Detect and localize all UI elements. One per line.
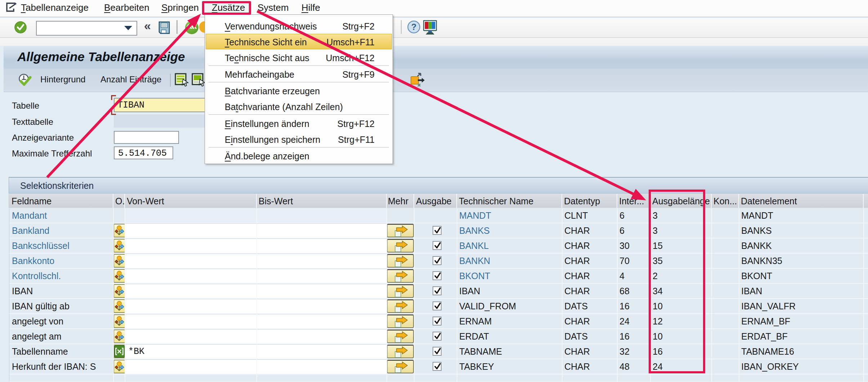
svg-text:?: ? xyxy=(411,22,417,32)
